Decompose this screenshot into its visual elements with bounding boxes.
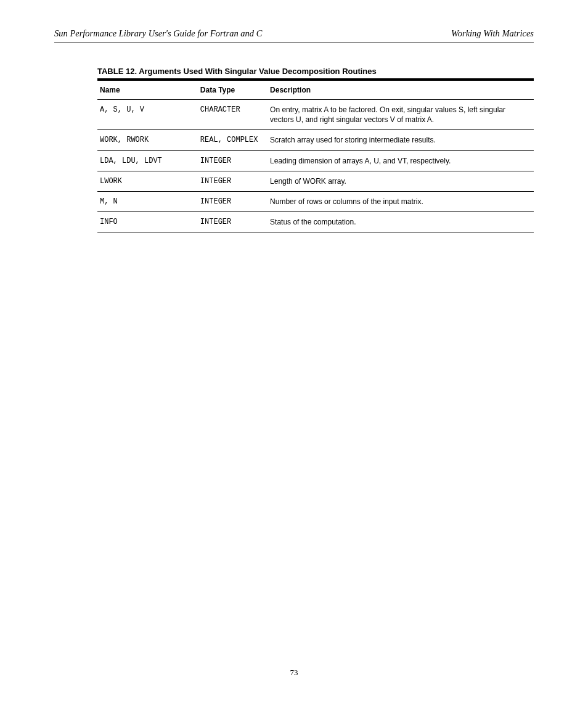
header-right: Working With Matrices: [451, 28, 534, 39]
cell-type: INTEGER: [198, 212, 267, 232]
header-left: Sun Performance Library User's Guide for…: [54, 28, 262, 39]
column-header-name: Name: [97, 80, 198, 100]
cell-name: LDA, LDU, LDVT: [97, 150, 198, 171]
cell-desc: Leading dimension of arrays A, U, and VT…: [267, 150, 534, 171]
svd-arguments-table: Name Data Type Description A, S, U, V CH…: [97, 78, 534, 232]
cell-name: INFO: [97, 212, 198, 232]
table-row: LWORK INTEGER Length of WORK array.: [97, 171, 534, 191]
cell-desc: Status of the computation.: [267, 212, 534, 232]
cell-desc: Length of WORK array.: [267, 171, 534, 191]
table-row: WORK, RWORK REAL, COMPLEX Scratch array …: [97, 130, 534, 150]
cell-desc: Scratch array used for storing intermedi…: [267, 130, 534, 150]
cell-type: INTEGER: [198, 171, 267, 191]
cell-name: WORK, RWORK: [97, 130, 198, 150]
column-header-type: Data Type: [198, 80, 267, 100]
cell-desc: On entry, matrix A to be factored. On ex…: [267, 100, 534, 130]
cell-desc: Number of rows or columns of the input m…: [267, 191, 534, 211]
table-title: TABLE 12. Arguments Used With Singular V…: [97, 67, 534, 76]
cell-name: LWORK: [97, 171, 198, 191]
table-row: LDA, LDU, LDVT INTEGER Leading dimension…: [97, 150, 534, 171]
table-header-row: Name Data Type Description: [97, 80, 534, 100]
cell-type: CHARACTER: [198, 100, 267, 130]
table-row: M, N INTEGER Number of rows or columns o…: [97, 191, 534, 211]
running-header: Sun Performance Library User's Guide for…: [54, 28, 534, 43]
table-row: A, S, U, V CHARACTER On entry, matrix A …: [97, 100, 534, 130]
cell-name: M, N: [97, 191, 198, 211]
cell-type: INTEGER: [198, 150, 267, 171]
table-row: INFO INTEGER Status of the computation.: [97, 212, 534, 232]
cell-type: INTEGER: [198, 191, 267, 211]
column-header-desc: Description: [267, 80, 534, 100]
page-number: 73: [0, 668, 588, 678]
cell-name: A, S, U, V: [97, 100, 198, 130]
cell-type: REAL, COMPLEX: [198, 130, 267, 150]
